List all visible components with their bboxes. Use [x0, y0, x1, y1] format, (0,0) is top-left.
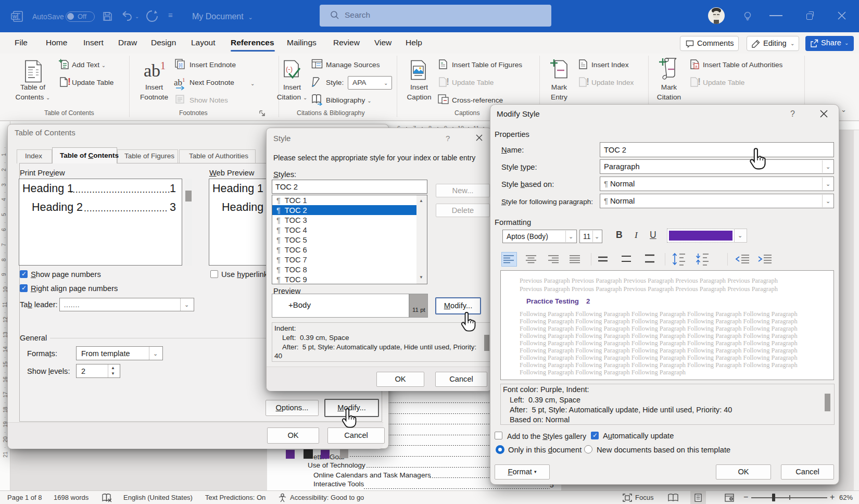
svg-text:(-): (-) — [286, 65, 293, 73]
svg-text:W: W — [12, 14, 17, 19]
svg-text:a: a — [695, 64, 698, 69]
svg-text:[i]: [i] — [179, 62, 183, 68]
